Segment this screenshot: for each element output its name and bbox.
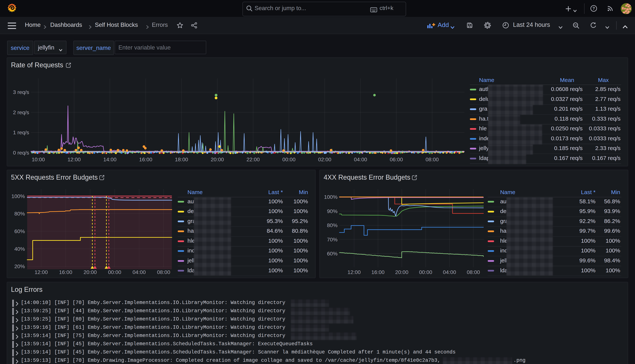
svg-text:14:00: 14:00 bbox=[103, 156, 117, 162]
svg-text:18:00: 18:00 bbox=[175, 156, 188, 162]
svg-text:3 req/s: 3 req/s bbox=[13, 89, 29, 95]
svg-text:00:00: 00:00 bbox=[282, 156, 296, 162]
svg-text:0 req/s: 0 req/s bbox=[13, 150, 29, 156]
svg-text:100%: 100% bbox=[324, 194, 338, 200]
svg-text:22:00: 22:00 bbox=[247, 156, 260, 162]
svg-text:12:00: 12:00 bbox=[35, 269, 48, 275]
svg-text:20%: 20% bbox=[14, 264, 25, 269]
svg-text:16:00: 16:00 bbox=[59, 269, 72, 275]
svg-text:80%: 80% bbox=[14, 211, 25, 216]
svg-text:?: ? bbox=[592, 6, 595, 11]
svg-text:04:00: 04:00 bbox=[133, 269, 146, 275]
svg-text:08:00: 08:00 bbox=[467, 269, 480, 275]
svg-text:80%: 80% bbox=[327, 222, 338, 228]
svg-text:60%: 60% bbox=[14, 228, 25, 234]
svg-text:12:00: 12:00 bbox=[348, 269, 361, 275]
svg-text:10:00: 10:00 bbox=[32, 156, 45, 162]
svg-text:2 req/s: 2 req/s bbox=[13, 110, 29, 115]
svg-text:100%: 100% bbox=[12, 193, 25, 199]
svg-text:16:00: 16:00 bbox=[139, 156, 152, 162]
svg-text:20:00: 20:00 bbox=[211, 156, 224, 162]
svg-text:40%: 40% bbox=[14, 246, 25, 252]
svg-text:16:00: 16:00 bbox=[371, 269, 384, 275]
svg-text:04:00: 04:00 bbox=[354, 156, 367, 162]
svg-text:20:00: 20:00 bbox=[395, 269, 408, 275]
svg-text:70%: 70% bbox=[327, 236, 338, 242]
svg-text:04:00: 04:00 bbox=[443, 269, 456, 275]
svg-text:90%: 90% bbox=[327, 208, 338, 214]
svg-text:00:00: 00:00 bbox=[108, 269, 121, 275]
svg-text:12:00: 12:00 bbox=[68, 156, 81, 162]
svg-text:08:00: 08:00 bbox=[157, 269, 170, 275]
svg-text:00:00: 00:00 bbox=[419, 269, 432, 275]
svg-text:20:00: 20:00 bbox=[84, 269, 97, 275]
svg-text:60%: 60% bbox=[327, 250, 338, 256]
svg-text:06:00: 06:00 bbox=[390, 156, 403, 162]
svg-text:1 req/s: 1 req/s bbox=[13, 130, 29, 136]
svg-text:02:00: 02:00 bbox=[318, 156, 331, 162]
svg-text:08:00: 08:00 bbox=[426, 156, 439, 162]
